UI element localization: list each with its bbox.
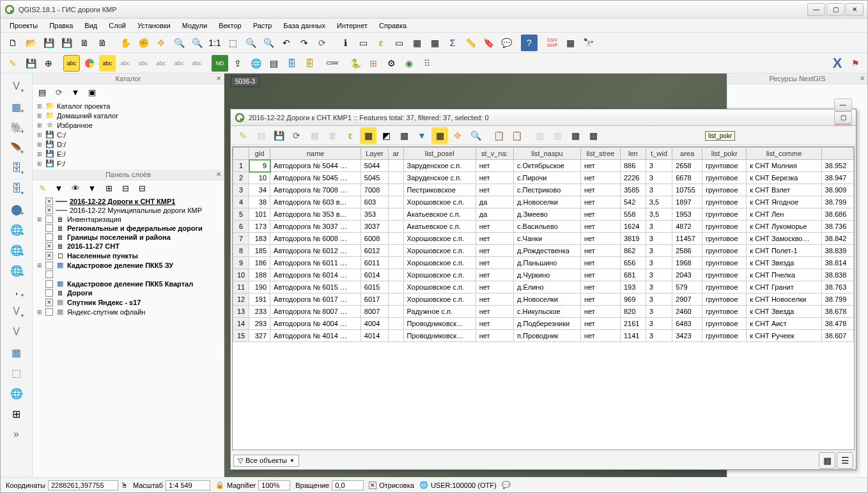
catalog-item[interactable]: ⊞💾E:/ (35, 149, 221, 159)
coord-input[interactable] (48, 480, 118, 490)
select-expression-icon[interactable]: ε (373, 35, 389, 51)
catalog-item[interactable]: ⊞💾F:/ (35, 159, 221, 168)
osm-icon[interactable]: ⊞ (365, 55, 382, 72)
zoom-out-icon[interactable]: 🔍 (189, 35, 205, 51)
add-db2-icon[interactable]: 🗄+ (8, 180, 26, 198)
reload-table-icon[interactable]: ⟳ (288, 127, 305, 144)
magnifier-input[interactable] (258, 480, 290, 490)
layer-item[interactable]: 🗎2016-11-27 СНТ (35, 242, 221, 251)
render-checkbox[interactable] (369, 481, 376, 489)
new-project-icon[interactable]: 🗋 (4, 35, 21, 51)
table-view-icon[interactable]: ▦ (819, 452, 835, 469)
column-header[interactable]: area (672, 148, 702, 160)
table-row[interactable]: 19Автодорога № 5044 …5044Заруденское с.п… (233, 160, 854, 172)
delete-row-icon[interactable]: 🗑 (324, 127, 341, 144)
copy-rows-icon[interactable]: 📋 (490, 127, 507, 144)
delete-column-icon[interactable]: ▥ (549, 127, 566, 144)
table-row[interactable]: 9186Автодорога № 6011 …6011Хорошовское с… (233, 257, 854, 269)
table-row[interactable]: 12191Автодорога № 6017 …6017Хорошовское … (233, 293, 854, 306)
zoom-native-icon[interactable]: 1:1 (206, 35, 223, 51)
flag-icon[interactable]: ⚑ (847, 55, 864, 72)
paste-rows-icon[interactable]: 📋 (508, 127, 525, 144)
label-hide-icon[interactable]: abc (135, 55, 151, 72)
attr-titlebar[interactable]: 2016-12-22 Дороги к СНТ КМР1 :: Features… (231, 109, 856, 126)
catalog-item[interactable]: ⊞📁Каталог проекта (35, 101, 221, 111)
scale-input[interactable] (166, 480, 210, 490)
csw-icon[interactable]: CSW (324, 55, 341, 72)
column-header[interactable]: st_v_na: (476, 148, 513, 160)
pan-to-selection-icon[interactable]: ✥ (153, 35, 169, 51)
annotation-icon[interactable]: 💬 (498, 35, 515, 51)
new-column-icon[interactable]: ▥ (531, 127, 548, 144)
table-row[interactable]: 210Автодорога № 5045 …5045Заруденское с.… (233, 172, 854, 184)
x-icon[interactable]: X (829, 55, 846, 72)
new-shapefile-icon[interactable]: V (8, 323, 26, 341)
diagram-icon[interactable] (81, 55, 98, 72)
attr-minimize-button[interactable]: — (834, 98, 852, 111)
label-change-icon[interactable]: abc (189, 55, 205, 72)
layer-item[interactable]: ▩Спутник Яндекс - s17 (35, 297, 221, 307)
layer-item[interactable]: ▩Кадастровое деление ПКК5 Квартал (35, 279, 221, 288)
add-postgis-icon[interactable]: 🐘+ (8, 118, 26, 136)
menu-view[interactable]: Вид (79, 20, 102, 31)
new-print-composer-icon[interactable]: 🗎 (76, 35, 93, 51)
add-wms-icon[interactable]: 🌐+ (8, 221, 26, 239)
table-row[interactable]: 11190Автодорога № 6015 …6015Хорошовское … (233, 281, 854, 293)
menu-vector[interactable]: Вектор (213, 20, 247, 31)
nd-icon[interactable]: ND (212, 55, 228, 72)
layer-item[interactable]: ⊞▩Кадастровое деление ПКК5 ЗУ (35, 260, 221, 270)
layer-item[interactable]: 🗎Границы поселений и района (35, 233, 221, 242)
filter-catalog-icon[interactable]: ▼ (68, 85, 82, 99)
layer-item[interactable]: 🗎Региональные и федеральные дороги (35, 224, 221, 233)
column-header[interactable] (821, 148, 853, 160)
invert-selection-icon[interactable]: ◩ (378, 127, 394, 144)
column-header[interactable]: gid (249, 148, 270, 160)
add-vector-icon[interactable]: V+ (8, 77, 26, 95)
save-icon[interactable]: 💾 (40, 35, 57, 51)
db-yellow-icon[interactable]: 🗄 (301, 55, 318, 72)
conditional-format-icon[interactable]: ▦ (585, 127, 601, 144)
node-icon[interactable]: ⊞ (8, 405, 26, 423)
table-row[interactable]: 13233Автодорога № 8007 …8007Радужное с.п… (233, 306, 854, 318)
label-rotate-icon[interactable]: abc (171, 55, 187, 72)
attribute-table[interactable]: gidnameLayerarlist_poselst_v_na:list_nas… (233, 147, 854, 342)
attr-table-wrap[interactable]: gidnameLayerarlist_poselst_v_na:list_nas… (232, 146, 855, 450)
zoom-full-icon[interactable]: ⬚ (224, 35, 241, 51)
label-icon[interactable]: abc (63, 55, 80, 72)
add-virtual-icon[interactable]: V+ (8, 302, 26, 320)
messages-icon[interactable]: 💬 (502, 481, 511, 489)
layer-item[interactable]: ⊞▩Яндекс-спутник офлайн (35, 307, 221, 317)
zoom-in-icon[interactable]: 🔍 (171, 35, 187, 51)
zoom-layer-icon[interactable]: 🔍 (260, 35, 277, 51)
identify-icon[interactable]: ℹ (337, 35, 353, 51)
layer-item[interactable]: ⊞🗎Инвентаризация (35, 215, 221, 224)
catalog-close-icon[interactable]: ✕ (216, 75, 221, 82)
expression-filter-icon[interactable]: 👁 (68, 181, 82, 195)
upload-icon[interactable]: ⇪ (229, 55, 246, 72)
zoom-selection-icon[interactable]: 🔍 (242, 35, 259, 51)
minimize-button[interactable]: — (807, 3, 825, 16)
catalog-item[interactable]: ⊞📁Домашний каталог (35, 111, 221, 120)
collapse-catalog-icon[interactable]: ▣ (85, 85, 99, 99)
maximize-button[interactable]: ▢ (826, 3, 844, 16)
select-features-icon[interactable]: ▭ (355, 35, 371, 51)
table-row[interactable]: 8185Автодорога № 6012 …6012Хорошовское с… (233, 245, 854, 257)
expression-select-icon[interactable]: ε (342, 127, 359, 144)
table-row[interactable]: 7183Автодорога № 6008 …6008Хорошовское с… (233, 233, 854, 245)
python-icon[interactable]: 🐍 (347, 55, 364, 72)
label-highlight-icon[interactable]: abc (99, 55, 116, 72)
add-raster-icon[interactable]: ▦+ (8, 98, 26, 116)
refresh-icon[interactable]: ⟳ (314, 35, 330, 51)
menu-internet[interactable]: Интернет (332, 20, 373, 31)
table-row[interactable]: 10188Автодорога № 6014 …6014Хорошовское … (233, 269, 854, 281)
table-row[interactable]: 5101Автодорога № 353 в…353Акатьевское с.… (233, 208, 854, 221)
touch-icon[interactable]: ✋ (117, 35, 134, 51)
deselect-icon[interactable]: ▭ (391, 35, 407, 51)
remove-layer-icon[interactable]: ⊟ (135, 181, 149, 195)
menu-raster[interactable]: Растр (248, 20, 277, 31)
menu-database[interactable]: База данных (278, 20, 330, 31)
measure-icon[interactable]: 📏 (462, 35, 479, 51)
catalog-item[interactable]: ⊞💾D:/ (35, 139, 221, 149)
save-as-icon[interactable]: 💾 (58, 35, 75, 51)
expand-all-icon[interactable]: ⊞ (102, 181, 116, 195)
